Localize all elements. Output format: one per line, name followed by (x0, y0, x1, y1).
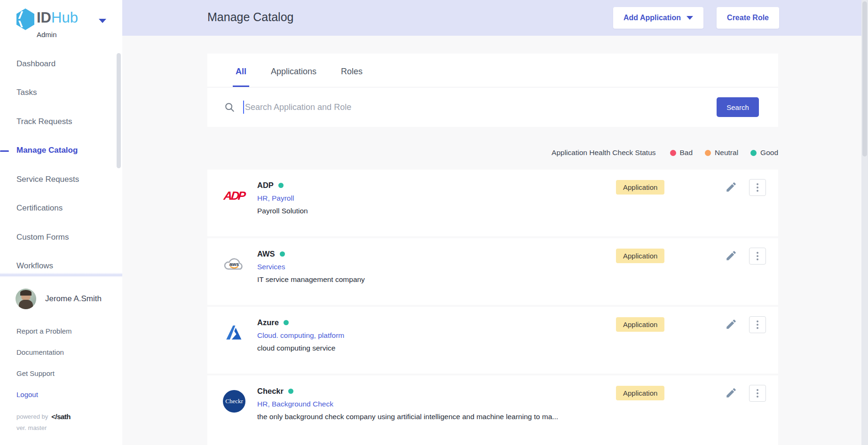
pencil-icon (725, 250, 737, 262)
sidebar-item-certifications[interactable]: Certifications (0, 194, 122, 223)
idhub-logo-icon (16, 8, 34, 30)
sidebar-link-get-support[interactable]: Get Support (0, 363, 122, 384)
search-input[interactable] (245, 102, 717, 112)
chevron-down-icon (687, 16, 693, 20)
sidebar-item-dashboard[interactable]: Dashboard (0, 49, 122, 78)
brand-hub: Hub (51, 9, 78, 26)
sidebar-item-label: Certifications (16, 203, 63, 213)
logout-link[interactable]: Logout (0, 384, 122, 405)
brand-name: IDHub (37, 9, 78, 26)
legend-item-bad: Bad (670, 148, 693, 157)
edit-button[interactable] (725, 181, 738, 194)
tab-all[interactable]: All (233, 67, 249, 87)
brand: IDHub Admin (0, 5, 122, 42)
type-badge: Application (616, 317, 664, 332)
page-scrollbar-thumb[interactable] (862, 1, 867, 156)
add-application-button[interactable]: Add Application (613, 7, 703, 29)
app-logo: aws (222, 252, 246, 276)
health-dot (280, 251, 285, 257)
more-options-button[interactable] (749, 248, 766, 265)
more-options-button[interactable] (749, 179, 766, 196)
legend-label-good: Good (760, 148, 778, 157)
app-logo: ADP (222, 184, 246, 207)
legend-item-good: Good (750, 148, 778, 157)
catalog-list: ADP ADP HR, Payroll Payroll Solution App… (207, 170, 778, 445)
app-logo: Checkr (222, 390, 246, 413)
page-header: Manage Catalog Add Application Create Ro… (122, 0, 861, 36)
sidebar-link-report-a-problem[interactable]: Report a Problem (0, 320, 122, 342)
page: IDHub Admin DashboardTasksTrack Requests… (0, 0, 868, 445)
type-badge: Application (616, 180, 664, 195)
azure-logo-icon (223, 322, 245, 344)
pencil-icon (725, 318, 737, 330)
active-indicator (0, 150, 9, 152)
sidebar-item-tasks[interactable]: Tasks (0, 78, 122, 108)
sidebar: IDHub Admin DashboardTasksTrack Requests… (0, 0, 122, 445)
legend-label-bad: Bad (680, 148, 693, 157)
sidebar-divider (0, 273, 122, 277)
sidebar-item-label: Track Requests (16, 117, 72, 126)
kebab-icon (757, 252, 758, 254)
page-scrollbar[interactable] (861, 0, 868, 445)
pencil-icon (725, 387, 737, 399)
sidebar-item-track-requests[interactable]: Track Requests (0, 107, 122, 136)
legend-label-neutral: Neutral (715, 148, 738, 157)
app-description: IT service management company (257, 275, 365, 284)
sidebar-item-service-requests[interactable]: Service Requests (0, 165, 122, 194)
kebab-icon (757, 320, 758, 322)
pencil-icon (725, 181, 737, 193)
app-name: AWS (257, 250, 275, 258)
add-application-label: Add Application (623, 14, 681, 22)
legend-item-neutral: Neutral (705, 148, 738, 157)
sidebar-footer-links: Report a ProblemDocumentationGet Support… (0, 320, 122, 405)
edit-button[interactable] (725, 387, 738, 400)
legend-dot-2 (750, 150, 757, 156)
app-tags-link[interactable]: Cloud. computing, platform (257, 331, 344, 340)
header-buttons: Add Application Create Role (613, 7, 779, 29)
sidebar-item-label: Workflows (16, 261, 53, 271)
main: Manage Catalog Add Application Create Ro… (122, 0, 861, 445)
app-logo (222, 321, 246, 344)
type-badge: Application (616, 249, 664, 263)
search-button[interactable]: Search (717, 97, 759, 117)
type-badge: Application (616, 386, 664, 400)
app-info: AWS Services IT service management compa… (257, 250, 365, 284)
sidebar-scrollbar[interactable] (117, 53, 121, 168)
adp-logo-icon: ADP (223, 189, 245, 203)
sidebar-item-custom-forms[interactable]: Custom Forms (0, 223, 122, 252)
app-name: ADP (257, 181, 274, 190)
sidebar-item-label: Service Requests (16, 175, 79, 184)
more-options-button[interactable] (749, 385, 766, 402)
powered-by: powered by </sath (16, 413, 71, 421)
tabs: AllApplicationsRoles (207, 54, 778, 87)
app-tags-link[interactable]: Services (257, 263, 365, 271)
app-tags-link[interactable]: HR, Background Check (257, 400, 558, 408)
tab-applications[interactable]: Applications (268, 67, 319, 87)
version-label: ver. master (16, 424, 47, 431)
aws-cloud-logo-icon: aws (222, 252, 246, 276)
user-profile[interactable]: Jerome A.Smith (0, 287, 122, 311)
create-role-label: Create Role (727, 14, 769, 22)
health-legend: Application Health Check Status Bad Neut… (207, 148, 778, 157)
app-tags-link[interactable]: HR, Payroll (257, 194, 308, 203)
kebab-icon (757, 389, 758, 391)
edit-button[interactable] (725, 318, 738, 331)
edit-button[interactable] (725, 250, 738, 263)
app-description: cloud computing service (257, 344, 344, 352)
kebab-icon (757, 183, 758, 185)
app-info: ADP HR, Payroll Payroll Solution (257, 181, 308, 215)
legend-title: Application Health Check Status (552, 148, 655, 157)
sidebar-link-documentation[interactable]: Documentation (0, 342, 122, 363)
tab-roles[interactable]: Roles (338, 67, 365, 87)
more-options-button[interactable] (749, 316, 766, 333)
brand-id: ID (37, 9, 51, 26)
app-description: Payroll Solution (257, 207, 308, 215)
brand-subtitle: Admin (37, 31, 57, 39)
create-role-button[interactable]: Create Role (717, 7, 779, 29)
search-panel: AllApplicationsRoles Search (207, 54, 778, 127)
text-cursor (243, 101, 244, 114)
app-name: Azure (257, 318, 279, 327)
sidebar-item-manage-catalog[interactable]: Manage Catalog (0, 136, 122, 165)
sath-logo: </sath (51, 413, 71, 421)
brand-chevron-down-icon[interactable] (99, 19, 106, 23)
